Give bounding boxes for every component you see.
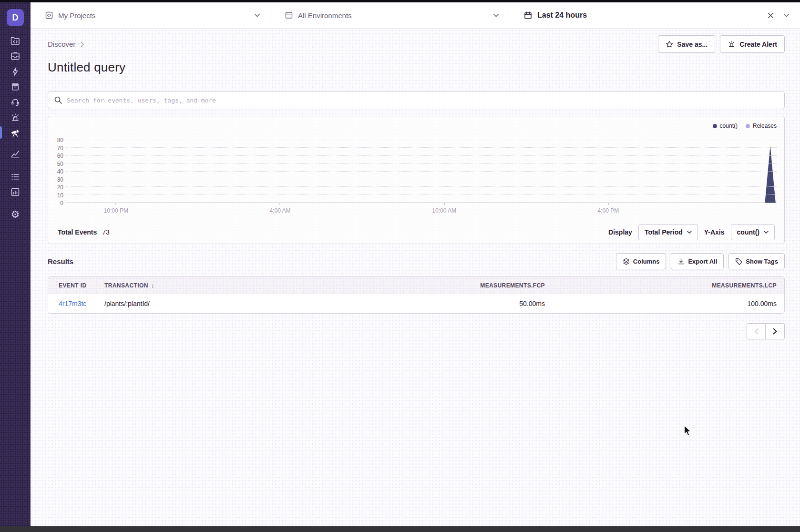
- sidebar-item-issues[interactable]: [0, 51, 31, 61]
- sidebar-item-performance[interactable]: [0, 66, 31, 77]
- chevron-down-icon: [687, 231, 692, 234]
- legend-label: Releases: [753, 123, 777, 129]
- topbar: My Projects All Environments Last 24 hou…: [31, 2, 800, 29]
- y-tick-label: 60: [53, 153, 63, 159]
- event-id-link[interactable]: 4r17m3tc: [59, 300, 86, 307]
- export-all-button[interactable]: Export All: [671, 253, 724, 269]
- x-tick-label: 10:00 AM: [432, 207, 456, 214]
- gridline: [66, 194, 777, 195]
- sidebar-item-activity[interactable]: [0, 172, 31, 182]
- screen-bottom-border: [0, 526, 800, 532]
- search-icon: [54, 96, 62, 104]
- show-tags-button[interactable]: Show Tags: [728, 253, 785, 269]
- y-tick-label: 10: [53, 193, 63, 198]
- breadcrumb-discover[interactable]: Discover: [48, 40, 75, 48]
- legend-item-count[interactable]: count(): [713, 123, 738, 129]
- chart-panel: count()Releases 01020304050607080 10:00 …: [48, 116, 785, 244]
- display-dropdown[interactable]: Total Period: [638, 224, 698, 240]
- sidebar-item-settings[interactable]: ⚙: [0, 209, 31, 220]
- y-axis-value: count(): [737, 228, 759, 236]
- sidebar-nav: ⚙: [0, 36, 31, 225]
- project-selector[interactable]: My Projects: [31, 2, 270, 28]
- clear-date-range-icon[interactable]: [768, 12, 774, 19]
- event-id-cell: 4r17m3tc: [59, 300, 104, 307]
- date-range-selector[interactable]: Last 24 hours: [509, 2, 800, 28]
- x-tick-mark: [608, 203, 608, 205]
- chart-series-svg: [66, 140, 777, 203]
- next-page-button[interactable]: [766, 323, 785, 339]
- headset-icon: [10, 97, 21, 107]
- table-row: 4r17m3tc /plants/:plantId/ 50.00ms 100.0…: [48, 294, 784, 313]
- telescope-icon: [10, 127, 21, 138]
- column-header-measurements-lcp[interactable]: MEASUREMENTS.LCP: [545, 282, 777, 289]
- environment-icon: [285, 11, 293, 20]
- lightning-icon: [10, 66, 21, 77]
- y-tick-label: 40: [53, 169, 63, 174]
- x-tick-mark: [280, 203, 280, 205]
- column-header-event-id[interactable]: EVENT ID: [59, 282, 104, 289]
- sidebar-item-releases[interactable]: [0, 82, 31, 92]
- environment-selector-label: All Environments: [298, 11, 352, 20]
- pagination: [747, 323, 785, 339]
- sidebar-item-projects[interactable]: [0, 36, 31, 46]
- chevron-right-icon: [81, 41, 84, 47]
- measurements-lcp-cell: 100.00ms: [545, 300, 777, 307]
- sort-desc-icon: ↓: [151, 282, 154, 289]
- breadcrumb[interactable]: Discover: [48, 40, 84, 48]
- environment-selector[interactable]: All Environments: [270, 2, 509, 28]
- legend-dot: [746, 124, 750, 128]
- columns-label: Columns: [633, 258, 660, 265]
- results-heading: Results: [48, 257, 73, 266]
- chart-plot[interactable]: [66, 140, 777, 203]
- chevron-left-icon: [754, 328, 759, 335]
- y-axis-dropdown[interactable]: count(): [731, 224, 775, 240]
- y-axis-label: Y-Axis: [704, 228, 725, 236]
- sidebar-item-dashboards[interactable]: [0, 149, 31, 159]
- gridline: [66, 140, 777, 140]
- page-title: Untitled query: [48, 60, 125, 75]
- sidebar: D: [0, 0, 31, 532]
- x-tick-mark: [444, 203, 444, 205]
- x-tick-label: 4:00 AM: [269, 207, 290, 214]
- column-header-measurements-fcp[interactable]: MEASUREMENTS.FCP: [373, 282, 545, 289]
- transaction-cell: /plants/:plantId/: [104, 300, 373, 307]
- y-tick-label: 20: [53, 184, 63, 190]
- export-all-label: Export All: [688, 258, 717, 265]
- measurements-fcp-cell: 50.00ms: [373, 300, 545, 307]
- sidebar-item-stats[interactable]: [0, 187, 31, 197]
- transaction-header-label: TRANSACTION: [104, 282, 148, 289]
- line-chart-icon: [10, 149, 21, 159]
- main-content: Discover Untitled query Save as... Creat…: [31, 29, 800, 526]
- display-label: Display: [608, 228, 632, 236]
- header-actions: Save as... Create Alert: [658, 35, 785, 53]
- sidebar-item-user-feedback[interactable]: [0, 97, 31, 107]
- create-alert-button[interactable]: Create Alert: [720, 35, 785, 53]
- y-tick-label: 80: [53, 137, 63, 143]
- gridline: [66, 147, 777, 148]
- chart-panel-footer: Total Events 73 Display Total Period Y-A…: [48, 220, 784, 244]
- y-tick-label: 50: [53, 161, 63, 167]
- org-avatar[interactable]: D: [7, 9, 24, 26]
- previous-page-button[interactable]: [747, 323, 766, 339]
- date-range-label: Last 24 hours: [537, 11, 587, 20]
- tag-icon: [735, 258, 742, 265]
- total-events-value: 73: [102, 228, 110, 236]
- search-input[interactable]: [67, 97, 779, 104]
- screen-top-border: [0, 0, 800, 2]
- results-header: Results Columns Export All: [48, 253, 785, 270]
- chevron-down-icon: [764, 231, 769, 234]
- results-table: EVENT ID TRANSACTION ↓ MEASUREMENTS.FCP …: [48, 276, 785, 314]
- columns-button[interactable]: Columns: [616, 253, 667, 269]
- projects-icon: [10, 36, 21, 46]
- legend-item-releases[interactable]: Releases: [746, 123, 777, 129]
- download-icon: [677, 258, 685, 265]
- chart-area: 01020304050607080: [53, 140, 777, 203]
- project-selector-label: My Projects: [58, 11, 95, 20]
- total-events-label: Total Events: [58, 228, 97, 236]
- save-as-button[interactable]: Save as...: [658, 35, 715, 53]
- sidebar-item-discover[interactable]: [0, 127, 31, 138]
- star-icon: [666, 41, 673, 48]
- chevron-down-icon: [493, 13, 499, 17]
- sidebar-item-alerts[interactable]: [0, 112, 31, 123]
- column-header-transaction[interactable]: TRANSACTION ↓: [104, 282, 373, 289]
